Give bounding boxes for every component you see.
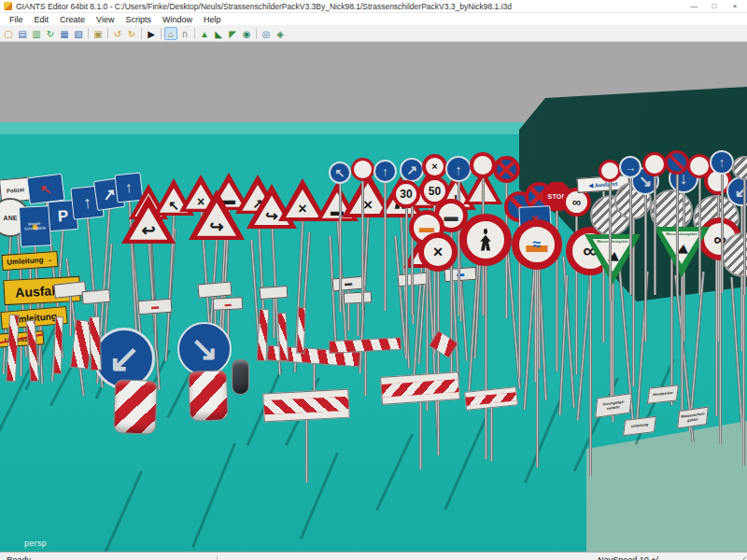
terrain-info-icon[interactable]: ◎ (260, 27, 273, 40)
sign-circ (351, 158, 374, 181)
sign-circ (459, 214, 512, 266)
camera-label: persp (24, 539, 47, 548)
resize-grip-icon[interactable] (737, 556, 746, 560)
sign-plate (260, 286, 289, 300)
sign-plate: ▬ (213, 297, 244, 311)
diagonal-stripe (666, 151, 688, 174)
sign-text: Umleitung → (7, 255, 53, 266)
chevron-bottom (264, 397, 349, 414)
terrain-foliage-icon[interactable]: ◉ (240, 27, 253, 40)
sign-text: Wasser- Schutzgebiet (24, 222, 47, 231)
sign-pole (654, 174, 656, 295)
sign-pole (273, 296, 275, 338)
sign-pole (384, 180, 387, 311)
sign-pole (609, 179, 612, 301)
sign-symbol: × (433, 244, 444, 260)
sign-symbol: ↑ (382, 165, 388, 178)
sign-text: Umleitung (625, 422, 655, 429)
sign-symbol: × (431, 161, 437, 172)
sign-pole (490, 405, 493, 461)
status-separator (217, 555, 218, 560)
play-icon[interactable]: ▶ (145, 27, 158, 40)
menu-item-window[interactable]: Window (157, 13, 198, 25)
menu-item-create[interactable]: Create (54, 13, 91, 25)
export-selection-icon[interactable]: ▣ (92, 27, 105, 40)
sign-pole (305, 417, 308, 483)
sign-circ: ▬≈ (512, 219, 562, 270)
sign-pole (698, 175, 701, 295)
sign-pole (681, 274, 684, 414)
sign-gtri: Wasserschutzgebiet► (585, 234, 641, 285)
sign-symbol: ↖ (39, 181, 52, 196)
sign-text: Durchgangs- verkehr (597, 399, 631, 413)
sign-pole (485, 263, 487, 459)
sign-symbol: ↩ (121, 222, 176, 239)
sign-bcirc: ↑ (445, 156, 472, 182)
chevron-bottom (382, 379, 459, 398)
sign-text: 30 (400, 189, 412, 200)
menu-item-help[interactable]: Help (198, 13, 227, 25)
save-icon[interactable]: ▦ (58, 27, 71, 40)
import-icon[interactable]: ▥ (30, 27, 43, 40)
title-bar: GIANTS Editor 64bit 8.1.0 - C:/Users/Fin… (0, 0, 747, 13)
sign-symbol: ↙ (108, 340, 140, 378)
open-file-icon[interactable]: ▤ (16, 27, 29, 40)
undo-icon[interactable]: ↺ (111, 27, 124, 40)
minimize-button[interactable]: — (684, 0, 704, 12)
sign-pole (589, 273, 592, 476)
terrain-detail-icon[interactable]: ◈ (274, 27, 287, 40)
toolbar-separator (256, 28, 257, 39)
sign-bcirc: ↗ (400, 158, 424, 182)
sign-pole (629, 175, 632, 295)
sign-pole (743, 177, 746, 295)
sign-symbol: ↗ (406, 163, 417, 176)
sign-barrel (232, 359, 249, 395)
viewport-3d[interactable]: Polizei↖ANE●Wasser- SchutzgebietP↑↗↑Umle… (0, 42, 747, 552)
sign-tri: ↪ (189, 189, 245, 240)
terrain-paint-icon[interactable]: ◤ (226, 27, 239, 40)
reload-icon[interactable]: ↻ (44, 27, 57, 40)
sign-symbol: → (625, 161, 637, 174)
close-button[interactable]: × (725, 0, 745, 12)
menu-item-scripts[interactable]: Scripts (120, 13, 157, 25)
menu-item-edit[interactable]: Edit (29, 13, 55, 25)
sign-tri: ↩ (121, 195, 176, 244)
sign-pole (644, 192, 647, 342)
export-icon[interactable]: ▧ (72, 27, 85, 40)
sign-circ: 30 (392, 180, 420, 208)
sign-brect: ●Wasser- Schutzgebiet (19, 205, 51, 247)
terrain-sculpt-icon[interactable]: ▲ (198, 27, 211, 40)
toolbar-separator (161, 28, 162, 39)
sign-circ (599, 160, 621, 182)
window-title: GIANTS Editor 64bit 8.1.0 - C:/Users/Fin… (16, 2, 684, 11)
sign-chevR (380, 371, 460, 405)
interactive-placement-icon[interactable]: ⌂ (164, 27, 177, 40)
sign-pole (69, 294, 72, 336)
menu-item-view[interactable]: View (91, 13, 120, 25)
redo-icon[interactable]: ↻ (125, 27, 138, 40)
sign-circ (687, 154, 712, 178)
sign-pole (357, 301, 359, 336)
toolbar-separator (141, 28, 142, 39)
sign-pole (339, 181, 342, 312)
terrain-smooth-icon[interactable]: ◣ (212, 27, 225, 40)
toolbar-separator (107, 28, 108, 39)
snapping-icon[interactable]: n (178, 27, 191, 40)
sign-symbol: ▬ (345, 280, 353, 288)
sign-barrel (188, 370, 229, 421)
sign-plate (344, 291, 373, 304)
menu-item-file[interactable]: File (4, 13, 29, 25)
new-file-icon[interactable]: ▢ (2, 27, 15, 40)
sign-post (296, 307, 306, 354)
sign-symbol: ∞ (572, 196, 581, 208)
sign-plate: ▬ (331, 276, 364, 292)
sign-symbol: ▬ (444, 209, 458, 223)
person-symbol (479, 229, 492, 250)
sign-pole (364, 349, 367, 396)
sign-bcirc: ↑ (710, 150, 734, 175)
sign-plate2: Handwerker (647, 385, 679, 404)
sign-pole (536, 267, 539, 468)
diagonal-stripe (495, 158, 518, 181)
maximize-button[interactable]: □ (704, 0, 725, 12)
sign-symbol: ↘ (190, 332, 218, 366)
